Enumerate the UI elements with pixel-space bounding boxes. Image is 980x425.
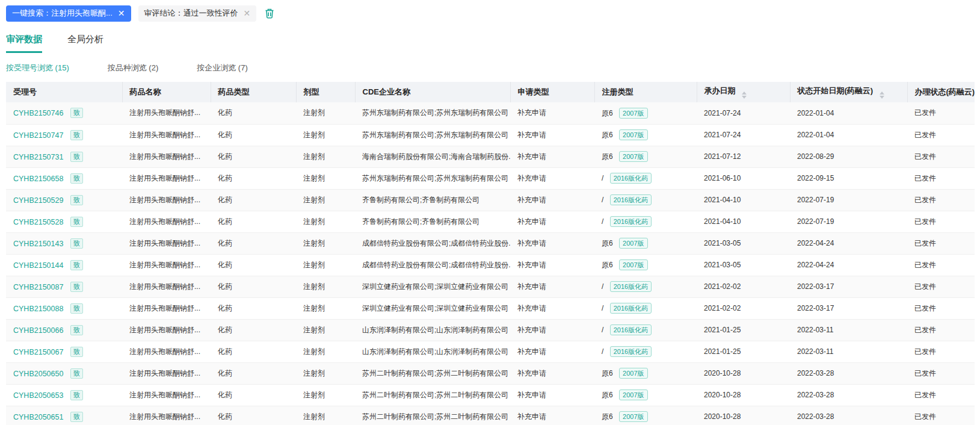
cell-acceptance-number: CYHB2050651 致 [6,406,122,425]
cell-drug-type: 化药 [211,406,296,425]
cell-acceptance-number: CYHB2150143 致 [6,232,122,254]
acceptance-number-link[interactable]: CYHB2150066 [13,326,63,335]
consistency-badge: 致 [70,390,83,400]
acceptance-number-link[interactable]: CYHB2150658 [13,175,63,183]
cell-handle-status: 已发件 [907,211,975,232]
cell-status-start-date: 2022-03-17 [790,297,907,319]
cell-application-type: 补充申请 [510,189,594,211]
cell-drug-type: 化药 [211,232,296,254]
cell-drug-type: 化药 [211,362,296,384]
table-row: CYHB2150066 致 注射用头孢哌酮钠舒... 化药 注射剂 山东润泽制药… [6,319,975,341]
trash-icon[interactable] [263,7,276,19]
acceptance-number-link[interactable]: CYHB2150067 [13,348,63,356]
acceptance-number-link[interactable]: CYHB2050651 [13,413,63,421]
registration-type-text: / [602,174,603,182]
cell-dosage-form: 注射剂 [296,102,355,124]
cell-acceptance-number: CYHB2050653 致 [6,384,122,406]
cell-drug-name: 注射用头孢哌酮钠舒... [122,146,211,167]
acceptance-number-link[interactable]: CYHB2150731 [13,153,63,161]
registration-version-badge: 2016版化药 [610,194,652,205]
table-row: CYHB2150658 致 注射用头孢哌酮钠舒... 化药 注射剂 苏州东瑞制药… [6,167,975,189]
cell-status-start-date: 2022-03-28 [790,406,907,425]
registration-version-badge: 2016版化药 [610,216,652,227]
cell-drug-type: 化药 [211,384,296,406]
cell-status-start-date: 2022-03-11 [790,341,907,362]
cell-status-start-date: 2022-08-29 [790,146,907,167]
table-row: CYHB2150143 致 注射用头孢哌酮钠舒... 化药 注射剂 成都倍特药业… [6,232,975,254]
cell-acceptance-number: CYHB2150658 致 [6,167,122,189]
registration-type-text: 原6 [602,239,613,247]
cell-registration-type: 原6 2007版 [594,406,697,425]
cell-application-type: 补充申请 [510,124,594,146]
condition-filter-tag[interactable]: 审评结论：通过一致性评价 ✕ [138,5,257,22]
cell-dosage-form: 注射剂 [296,167,355,189]
cell-status-start-date: 2022-04-24 [790,254,907,276]
cell-registration-type: / 2016版化药 [594,341,697,362]
acceptance-number-link[interactable]: CYHB2150746 [13,109,63,117]
table-row: CYHB2050653 致 注射用头孢哌酮钠舒... 化药 注射剂 苏州二叶制药… [6,384,975,406]
registration-version-badge: 2016版化药 [610,324,652,335]
subtab-by-acceptance-number[interactable]: 按受理号浏览 (15) [6,63,69,73]
table-body: CYHB2150746 致 注射用头孢哌酮钠舒... 化药 注射剂 苏州东瑞制药… [6,102,975,425]
registration-version-badge: 2016版化药 [610,173,652,184]
cell-drug-name: 注射用头孢哌酮钠舒... [122,102,211,124]
cell-accept-date: 2021-03-05 [697,232,790,254]
consistency-badge: 致 [70,260,83,270]
search-filter-tag[interactable]: 一键搜索：注射用头孢哌酮... ✕ [6,5,131,22]
consistency-badge: 致 [70,173,83,184]
registration-version-badge: 2007版 [619,389,647,400]
cell-dosage-form: 注射剂 [296,211,355,232]
cell-registration-type: / 2016版化药 [594,189,697,211]
consistency-badge: 致 [70,412,83,422]
subtab-by-company[interactable]: 按企业浏览 (7) [197,63,248,73]
cell-drug-type: 化药 [211,189,296,211]
table-row: CYHB2150067 致 注射用头孢哌酮钠舒... 化药 注射剂 山东润泽制药… [6,341,975,362]
cell-cde-company: 山东润泽制药有限公司;山东润泽制药有限公司 [355,319,510,341]
cell-cde-company: 海南合瑞制药股份有限公司;海南合瑞制药股份... [355,146,510,167]
subtab-by-variety[interactable]: 按品种浏览 (2) [108,63,159,73]
close-icon[interactable]: ✕ [244,9,251,17]
cell-dosage-form: 注射剂 [296,146,355,167]
col-header-registration-type: 注册类型 [594,82,697,102]
cell-acceptance-number: CYHB2150066 致 [6,319,122,341]
sort-icon[interactable] [880,92,884,99]
registration-type-text: / [602,217,603,226]
acceptance-number-link[interactable]: CYHB2050653 [13,391,63,400]
acceptance-number-link[interactable]: CYHB2150088 [13,305,63,313]
registration-version-badge: 2007版 [619,108,647,119]
cell-acceptance-number: CYHB2150067 致 [6,341,122,362]
consistency-badge: 致 [70,282,83,292]
cell-accept-date: 2021-06-10 [697,167,790,189]
consistency-badge: 致 [70,368,83,379]
registration-version-badge: 2016版化药 [610,346,652,357]
cell-handle-status: 已发件 [907,167,975,189]
cell-registration-type: / 2016版化药 [594,297,697,319]
cell-cde-company: 成都倍特药业股份有限公司;成都倍特药业股份... [355,254,510,276]
cell-drug-name: 注射用头孢哌酮钠舒... [122,362,211,384]
cell-status-start-date: 2022-07-19 [790,211,907,232]
acceptance-number-link[interactable]: CYHB2150529 [13,196,63,205]
acceptance-number-link[interactable]: CYHB2150143 [13,240,63,248]
close-icon[interactable]: ✕ [118,9,125,17]
cell-handle-status: 已发件 [907,406,975,425]
cell-accept-date: 2021-07-24 [697,102,790,124]
cell-cde-company: 苏州东瑞制药有限公司;苏州东瑞制药有限公司 [355,167,510,189]
cell-drug-name: 注射用头孢哌酮钠舒... [122,167,211,189]
cell-acceptance-number: CYHB2150088 致 [6,297,122,319]
cell-registration-type: 原6 2007版 [594,254,697,276]
cell-application-type: 补充申请 [510,167,594,189]
tab-global-analysis[interactable]: 全局分析 [67,34,103,53]
cell-drug-type: 化药 [211,167,296,189]
acceptance-number-link[interactable]: CYHB2050650 [13,370,63,378]
acceptance-number-link[interactable]: CYHB2150087 [13,283,63,291]
cell-handle-status: 已发件 [907,254,975,276]
cell-registration-type: / 2016版化药 [594,319,697,341]
col-header-accept-date: 承办日期 [697,82,790,102]
acceptance-number-link[interactable]: CYHB2150528 [13,218,63,226]
cell-accept-date: 2020-10-28 [697,362,790,384]
cell-registration-type: / 2016版化药 [594,211,697,232]
sort-icon[interactable] [742,92,747,99]
acceptance-number-link[interactable]: CYHB2150144 [13,261,63,270]
tab-review-data[interactable]: 审评数据 [6,34,42,53]
acceptance-number-link[interactable]: CYHB2150747 [13,131,63,140]
